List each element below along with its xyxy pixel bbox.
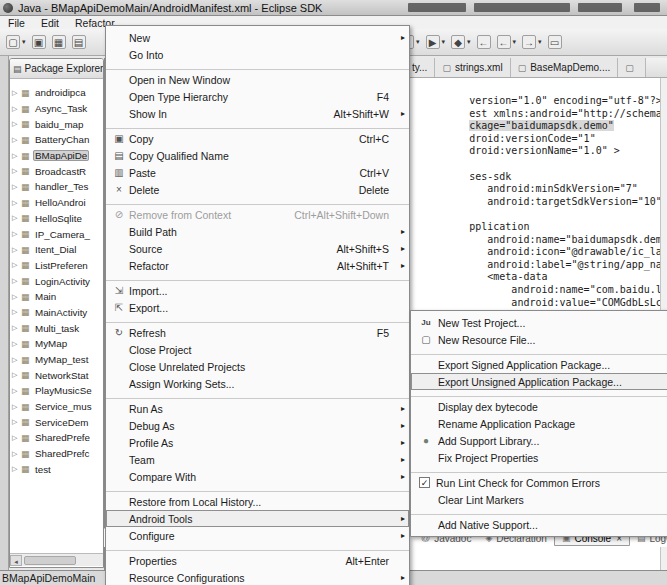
tree-item[interactable]: ▷ ▦ Main xyxy=(12,289,103,305)
expander-icon[interactable]: ▷ xyxy=(12,120,21,128)
tree-item[interactable]: ▷ ▦ HelloSqlite xyxy=(12,211,103,227)
menu-item[interactable]: Go Into ▸ xyxy=(106,46,409,63)
tree-item[interactable]: ▷ ▦ MyMap xyxy=(12,336,103,352)
tree-item[interactable]: ▷ ▦ LoginActivity xyxy=(12,273,103,289)
editor-tab[interactable]: ▢ strings.xml xyxy=(435,58,510,77)
tree-item[interactable]: ▷ ▦ SharedPrefe xyxy=(12,430,103,446)
expander-icon[interactable]: ▷ xyxy=(12,465,21,473)
expander-icon[interactable]: ▷ xyxy=(12,199,21,207)
menu-item[interactable]: Ju New Test Project... ▸ xyxy=(411,314,667,331)
menu-item[interactable]: Rename Application Package ▸ xyxy=(411,415,667,432)
expander-icon[interactable]: ▷ xyxy=(12,214,21,222)
scrollbar-thumb[interactable] xyxy=(24,556,76,565)
expander-icon[interactable]: ▷ xyxy=(12,152,21,160)
menu-item[interactable]: Add Native Support... ▸ xyxy=(411,516,667,533)
menu-item[interactable]: Debug As ▸ xyxy=(106,417,409,434)
expander-icon[interactable]: ▷ xyxy=(12,340,21,348)
toolbar-button[interactable]: ▭ xyxy=(546,33,564,51)
toolbar-button[interactable]: ▤ xyxy=(70,33,88,51)
expander-icon[interactable]: ▷ xyxy=(12,183,21,191)
menu-item[interactable]: Build Path ▸ xyxy=(106,223,409,240)
menu-item[interactable]: ⊘ Remove from Context Ctrl+Alt+Shift+Dow… xyxy=(106,206,409,223)
toolbar-button[interactable]: ◆ xyxy=(449,33,473,51)
menu-item[interactable]: Export Signed Application Package... ▸ xyxy=(411,356,667,373)
expander-icon[interactable]: ▷ xyxy=(12,246,21,254)
menu-item[interactable]: ▤ Copy Qualified Name ▸ xyxy=(106,147,409,164)
tree-item[interactable]: ▷ ▦ Multi_task xyxy=(12,320,103,336)
tree-item[interactable]: ▷ ▦ Service_mus xyxy=(12,399,103,415)
menu-item[interactable]: Team ▸ xyxy=(106,451,409,468)
tree-item[interactable]: ▷ ▦ Async_Task xyxy=(12,101,103,117)
menu-item[interactable]: Source Alt+Shift+S ▸ xyxy=(106,240,409,257)
toolbar-button[interactable]: ▶ xyxy=(424,33,448,51)
editor-tab[interactable]: ▢ xyxy=(618,58,646,77)
xml-editor-content[interactable]: version="1.0" encoding="utf-8"?> est xml… xyxy=(409,84,667,298)
menu-item[interactable]: Open Type Hierarchy F4 ▸ xyxy=(106,88,409,105)
tree-item[interactable]: ▷ ▦ ListPreferen xyxy=(12,258,103,274)
menu-item[interactable]: ▢ New Resource File... ▸ xyxy=(411,331,667,348)
toolbar-button[interactable]: → xyxy=(520,33,544,51)
expander-icon[interactable]: ▷ xyxy=(12,308,21,316)
menu-item[interactable]: ✓ Run Lint Check for Common Errors ▸ xyxy=(411,474,667,491)
scroll-left-arrow-icon[interactable]: ◂ xyxy=(10,555,22,566)
menu-item[interactable]: Close Unrelated Projects ▸ xyxy=(106,358,409,375)
toolbar-button[interactable]: ▣ xyxy=(30,33,48,51)
tree-item[interactable]: ▷ ▦ ServiceDem xyxy=(12,414,103,430)
menu-item[interactable]: ↻ Refresh F5 ▸ xyxy=(106,324,409,341)
menubar-item[interactable]: Edit xyxy=(33,17,67,29)
tree-item[interactable]: ▷ ▦ BMapApiDe xyxy=(12,148,103,164)
menu-item[interactable]: ▥ Paste Ctrl+V ▸ xyxy=(106,164,409,181)
tree-item[interactable]: ▷ ▦ MyMap_test xyxy=(12,352,103,368)
menu-item[interactable]: × Delete Delete ▸ xyxy=(106,181,409,198)
expander-icon[interactable]: ▷ xyxy=(12,450,21,458)
menu-item[interactable]: Display dex bytecode ▸ xyxy=(411,398,667,415)
expander-icon[interactable]: ▷ xyxy=(12,136,21,144)
tree-item[interactable]: ▷ ▦ PlayMusicSe xyxy=(12,383,103,399)
menu-item[interactable]: Properties Alt+Enter ▸ xyxy=(106,552,409,569)
menu-item[interactable]: New ▸ xyxy=(106,29,409,46)
editor-tab[interactable]: ▢ BaseMapDemo.... xyxy=(511,58,619,77)
tree-item[interactable]: ▷ ▦ androidipca xyxy=(12,85,103,101)
tree-item[interactable]: ▷ ▦ IP_Camera_ xyxy=(12,226,103,242)
menu-item[interactable]: Close Project ▸ xyxy=(106,341,409,358)
menu-item[interactable]: Refactor Alt+Shift+T ▸ xyxy=(106,257,409,274)
menu-item[interactable]: Export Unsigned Application Package... ▸ xyxy=(411,373,667,390)
expander-icon[interactable]: ▷ xyxy=(12,230,21,238)
menu-item[interactable]: Android Tools ▸ xyxy=(106,510,409,527)
expander-icon[interactable]: ▷ xyxy=(12,324,21,332)
menu-item[interactable]: ▣ Copy Ctrl+C ▸ xyxy=(106,130,409,147)
menu-item[interactable]: Compare With ▸ xyxy=(106,468,409,485)
menubar-item[interactable]: File xyxy=(0,17,33,29)
expander-icon[interactable]: ▷ xyxy=(12,277,21,285)
toolbar-button[interactable]: ▦ xyxy=(50,33,68,51)
tree-item[interactable]: ▷ ▦ BroadcastR xyxy=(12,163,103,179)
expander-icon[interactable]: ▷ xyxy=(12,371,21,379)
tree-item[interactable]: ▷ ▦ BatteryChan xyxy=(12,132,103,148)
package-explorer-tab[interactable]: ▤ Package Explorer xyxy=(10,59,103,79)
expander-icon[interactable]: ▷ xyxy=(12,89,21,97)
expander-icon[interactable]: ▷ xyxy=(12,167,21,175)
menu-item[interactable]: Run As ▸ xyxy=(106,400,409,417)
menu-item[interactable]: ⇲ Import... ▸ xyxy=(106,282,409,299)
menu-item[interactable]: Fix Project Properties ▸ xyxy=(411,449,667,466)
tree-item[interactable]: ▷ ▦ MainActivity xyxy=(12,305,103,321)
tree-item[interactable]: ▷ ▦ HelloAndroi xyxy=(12,195,103,211)
expander-icon[interactable]: ▷ xyxy=(12,356,21,364)
expander-icon[interactable]: ▷ xyxy=(12,261,21,269)
menu-item[interactable]: Clear Lint Markers ▸ xyxy=(411,491,667,508)
tree-item[interactable]: ▷ ▦ Itent_Dial xyxy=(12,242,103,258)
tree-item[interactable]: ▷ ▦ handler_Tes xyxy=(12,179,103,195)
menu-item[interactable]: Configure ▸ xyxy=(106,527,409,544)
menu-item[interactable]: Restore from Local History... ▸ xyxy=(106,493,409,510)
menu-item[interactable]: Open in New Window ▸ xyxy=(106,71,409,88)
expander-icon[interactable]: ▷ xyxy=(12,293,21,301)
menu-item[interactable]: Resource Configurations ▸ xyxy=(106,569,409,585)
expander-icon[interactable]: ▷ xyxy=(12,434,21,442)
tree-item[interactable]: ▷ ▦ test xyxy=(12,462,103,478)
tree-item[interactable]: ▷ ▦ baidu_map xyxy=(12,116,103,132)
expander-icon[interactable]: ▷ xyxy=(12,403,21,411)
toolbar-button[interactable]: ← xyxy=(475,33,493,51)
toolbar-button[interactable]: ← xyxy=(495,33,519,51)
expander-icon[interactable]: ▷ xyxy=(12,418,21,426)
tree-item[interactable]: ▷ ▦ NetworkStat xyxy=(12,367,103,383)
